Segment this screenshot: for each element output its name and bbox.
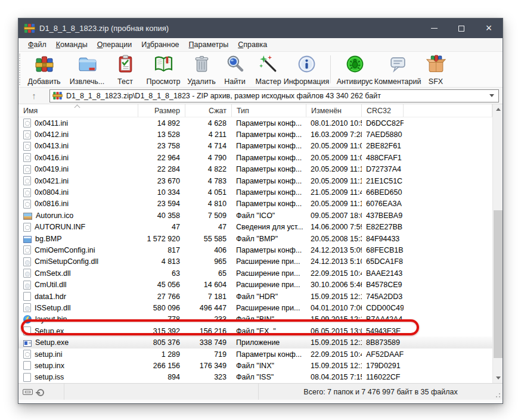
file-list: 0x0411.ini 14 892 4 628 Параметры конф..…	[18, 117, 492, 383]
column-header-name[interactable]: Имя	[18, 104, 138, 117]
file-crc32: 7AED5880	[362, 130, 404, 139]
vertical-scrollbar[interactable]	[492, 104, 503, 383]
file-row[interactable]: setup.ini 1 289 719 Параметры конф... 22…	[18, 349, 492, 360]
file-type: Приложение	[232, 338, 306, 347]
file-crc32: 84F94433	[362, 235, 404, 243]
view-button[interactable]: Просмотр	[142, 52, 185, 87]
file-row[interactable]: 0x0413.ini 23 758 4 714 Параметры конф..…	[18, 141, 492, 152]
column-header-packed[interactable]: Сжат	[185, 104, 232, 117]
file-type: Параметры конф...	[232, 177, 306, 185]
file-row[interactable]: bg.BMP 1 572 920 55 585 Файл "BMP" 20.05…	[18, 233, 492, 244]
column-header-size[interactable]: Размер	[138, 104, 185, 117]
column-header-type[interactable]: Тип	[232, 104, 306, 117]
toolbar-grip[interactable]	[19, 54, 22, 85]
extract-button[interactable]: Извлечь...	[66, 52, 108, 87]
file-size: 23 758	[138, 142, 185, 150]
winrar-window: D1_8_1_8_1823.zip (пробная копия) × Файл…	[18, 18, 503, 404]
gear-file-icon	[23, 245, 31, 254]
up-directory-button[interactable]: ↑	[25, 89, 43, 102]
file-packed-size: 4 822	[185, 165, 232, 173]
file-row[interactable]: layout.bin 778 233 Файл "BIN" 15.09.2015…	[18, 314, 492, 325]
toolbar: Добавить Извлечь... Тест Просмотр Удалит…	[18, 52, 503, 88]
file-row[interactable]: Autorun.ico 40 358 7 509 Файл "ICO" 09.0…	[18, 210, 492, 221]
sort-ascending-icon	[75, 105, 80, 111]
file-name: setup.inx	[35, 362, 64, 370]
file-size: 45 056	[138, 281, 185, 289]
file-row[interactable]: 0x0419.ini 22 284 4 822 Параметры конф..…	[18, 164, 492, 175]
file-row[interactable]: 0x0816.ini 23 594 4 810 Параметры конф..…	[18, 198, 492, 210]
file-crc32: B7AA42A4	[362, 315, 404, 323]
add-archive-icon	[35, 54, 54, 76]
file-packed-size: 4 810	[185, 200, 232, 208]
file-row[interactable]: setup.inx 266 156 176 349 Файл "INX" 15.…	[18, 360, 492, 371]
plain-file-icon	[23, 326, 31, 335]
menu-bar: Файл Команды Операции Избранное Параметр…	[18, 38, 503, 52]
add-button[interactable]: Добавить	[23, 52, 66, 87]
close-button[interactable]: ×	[475, 18, 503, 38]
find-button[interactable]: Найти	[218, 52, 252, 87]
antivirus-button[interactable]: Антивирус	[333, 52, 376, 87]
file-row[interactable]: data1.hdr 27 766 7 181 Файл "HDR" 15.09.…	[18, 291, 492, 302]
file-modified: 15.09.2015 12:18	[306, 315, 362, 323]
menu-help[interactable]: Справка	[233, 39, 272, 51]
file-row[interactable]: 0x0411.ini 14 892 4 628 Параметры конф..…	[18, 117, 492, 129]
file-row[interactable]: CmSetx.dll 63 65 Расширение при... 22.09…	[18, 267, 492, 279]
file-modified: 20.05.2009 11:07	[306, 142, 362, 150]
file-row[interactable]: CmUtil.dll 45 056 14 604 Расширение при.…	[18, 279, 492, 290]
file-size: 22 284	[138, 165, 185, 173]
maximize-button[interactable]	[448, 18, 475, 38]
file-type: Расширение при...	[232, 304, 306, 312]
column-header-modified[interactable]: Изменён	[306, 104, 362, 117]
menu-commands[interactable]: Команды	[51, 39, 92, 51]
menu-file[interactable]: Файл	[23, 39, 51, 51]
status-bar: Всего: 7 папок и 7 476 997 байт в 35 фай…	[18, 383, 503, 400]
dll-file-icon	[23, 257, 31, 266]
file-name: CmiSetupConfig.dll	[35, 257, 98, 266]
delete-button[interactable]: Удалить	[185, 52, 218, 87]
menu-options[interactable]: Параметры	[184, 39, 234, 51]
test-button[interactable]: Тест	[108, 52, 142, 87]
path-combobox[interactable]: D1_8_1_8_1823.zip\D1_8_1_8_1823 - ZIP ар…	[49, 89, 499, 102]
file-name: data1.hdr	[35, 293, 66, 301]
file-crc32: 179D0291	[362, 362, 404, 370]
winrar-app-icon	[24, 24, 35, 33]
file-row[interactable]: AUTORUN.INF 47 47 Сведения для уст... 14…	[18, 222, 492, 233]
sfx-button[interactable]: SFX	[419, 52, 452, 87]
file-size: 580 096	[138, 304, 185, 312]
file-row[interactable]: CmiSetupConfig.dll 4 813 965 Расширение …	[18, 256, 492, 267]
file-row[interactable]: ISSetup.dll 580 096 496 447 Расширение п…	[18, 302, 492, 313]
menu-operations[interactable]: Операции	[92, 39, 137, 51]
file-row[interactable]: CmiOemConfig.ini 817 406 Параметры конф.…	[18, 244, 492, 256]
minimize-button[interactable]	[420, 18, 448, 38]
comment-button[interactable]: Комментарий	[376, 52, 419, 87]
menu-favorites[interactable]: Избранное	[137, 39, 184, 51]
scroll-up-button[interactable]	[493, 104, 503, 114]
file-crc32: 8B873589	[362, 338, 404, 347]
info-button[interactable]: Информация	[285, 52, 328, 87]
chevron-down-icon[interactable]	[489, 94, 494, 97]
gear-file-icon	[23, 176, 31, 185]
file-row[interactable]: Setup.ex 315 392 156 216 Файл "EX_" 06.0…	[18, 325, 492, 337]
file-row[interactable]: 0x0804.ini 10 334 4 051 Параметры конф..…	[18, 186, 492, 198]
scrollbar-thumb[interactable]	[494, 210, 503, 358]
file-row[interactable]: 0x0421.ini 23 670 4 783 Параметры конф..…	[18, 175, 492, 186]
file-row[interactable]: 0x0412.ini 13 528 4 211 Параметры конф..…	[18, 129, 492, 140]
dll-file-icon	[23, 281, 31, 290]
file-crc32: CDD00C49	[362, 304, 404, 312]
file-row[interactable]: 0x0416.ini 22 964 4 790 Параметры конф..…	[18, 152, 492, 163]
file-packed-size: 65	[185, 269, 232, 278]
wizard-button[interactable]: Мастер	[252, 52, 285, 87]
file-size: 778	[138, 315, 185, 323]
column-header-crc32[interactable]: CRC32	[362, 104, 404, 117]
file-packed-size: 496 447	[185, 304, 232, 312]
gear-file-icon	[23, 119, 31, 127]
file-size: 27 766	[138, 293, 185, 301]
file-type: Файл "BMP"	[232, 235, 306, 243]
gear-file-icon	[23, 153, 31, 162]
file-size: 805 376	[138, 338, 185, 347]
resize-grip-icon[interactable]	[495, 392, 501, 398]
file-row[interactable]: Setup.exe 805 376 338 749 Приложение 15.…	[18, 337, 492, 348]
file-packed-size: 47	[185, 223, 232, 231]
file-row[interactable]: setup.iss 894 323 Файл "ISS" 08.04.2015 …	[18, 372, 492, 383]
scroll-down-button[interactable]	[493, 373, 503, 383]
